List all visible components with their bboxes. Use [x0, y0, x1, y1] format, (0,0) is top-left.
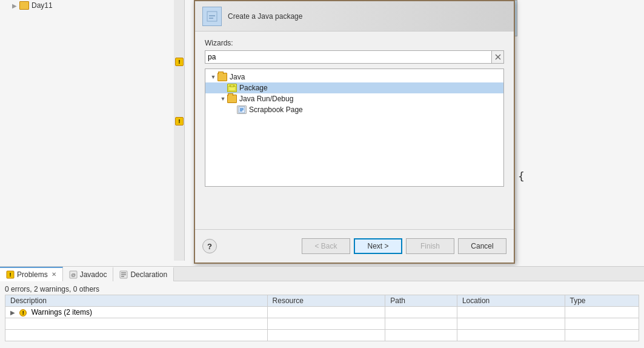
- svg-rect-6: [230, 85, 234, 87]
- problems-tab-icon: !: [6, 270, 15, 279]
- problems-tab-close[interactable]: ✕: [51, 271, 56, 278]
- java-folder-icon: [217, 73, 227, 81]
- dialog-body: Wizards: ▼ Java ▶: [195, 32, 514, 194]
- project-item[interactable]: ▶ Day11: [0, 0, 184, 11]
- tree-item-java-label: Java: [230, 73, 245, 81]
- tree-item-java-run-debug[interactable]: ▼ Java Run/Debug: [205, 93, 503, 104]
- dialog-header: Create a Java package: [195, 1, 514, 32]
- back-button[interactable]: < Back: [302, 238, 350, 254]
- tree-item-java[interactable]: ▼ Java: [205, 72, 503, 82]
- scrapbook-page-icon: [237, 105, 247, 114]
- expand-java-run-debug-arrow: ▼: [220, 96, 226, 102]
- svg-text:@: @: [71, 272, 76, 278]
- cancel-button[interactable]: Cancel: [458, 238, 506, 254]
- project-label: Day11: [32, 1, 53, 10]
- warnings-row-type: [565, 307, 639, 318]
- tree-item-java-run-debug-label: Java Run/Debug: [239, 95, 293, 103]
- dialog-header-icon: [202, 7, 222, 26]
- javadoc-tab-label: Javadoc: [80, 270, 107, 279]
- col-path[interactable]: Path: [385, 295, 457, 307]
- left-panel: ▶ Day11 ! !: [0, 0, 185, 261]
- warning-indicator: !: [19, 309, 27, 316]
- problems-table: Description Resource Path Location Type …: [5, 295, 639, 341]
- warnings-row-location: [457, 307, 565, 318]
- warnings-row-path: [385, 307, 457, 318]
- svg-text:!: !: [10, 272, 12, 278]
- bottom-panel: ! Problems ✕ @ Javadoc: [0, 266, 644, 348]
- code-brace: {: [518, 170, 525, 182]
- package-icon: [227, 84, 237, 92]
- col-resource[interactable]: Resource: [267, 295, 385, 307]
- col-description[interactable]: Description: [5, 295, 268, 307]
- project-icon: ▶: [12, 2, 17, 9]
- svg-rect-1: [209, 15, 215, 16]
- warning-gutter-2: !: [175, 117, 184, 125]
- tree-item-package-label: Package: [239, 84, 268, 92]
- svg-rect-2: [209, 18, 213, 19]
- wizard-search-input[interactable]: [205, 50, 492, 64]
- table-row-empty-1: [5, 318, 639, 330]
- finish-button[interactable]: Finish: [406, 238, 454, 254]
- editor-ruler: ! !: [174, 0, 185, 261]
- tab-problems[interactable]: ! Problems ✕: [0, 267, 63, 281]
- bottom-content: 0 errors, 2 warnings, 0 others Descripti…: [0, 281, 644, 344]
- wizard-tree[interactable]: ▼ Java ▶ Package ▼ Java Run/Debu: [205, 69, 504, 187]
- wizards-label: Wizards:: [205, 39, 504, 47]
- bottom-tabs: ! Problems ✕ @ Javadoc: [0, 267, 644, 281]
- warning-gutter-1: !: [175, 58, 184, 66]
- expand-warnings-arrow[interactable]: ▶: [10, 309, 15, 316]
- warnings-row-resource: [267, 307, 385, 318]
- java-run-debug-folder-icon: [227, 95, 237, 103]
- search-row: [205, 50, 504, 64]
- table-row[interactable]: ▶ ! Warnings (2 items): [5, 307, 639, 318]
- declaration-tab-label: Declaration: [130, 270, 167, 279]
- tab-javadoc[interactable]: @ Javadoc: [63, 267, 114, 281]
- declaration-tab-icon: [119, 270, 128, 279]
- dialog-footer: ? < Back Next > Finish Cancel: [195, 229, 514, 263]
- search-clear-button[interactable]: [492, 50, 504, 64]
- table-row-empty-2: [5, 330, 639, 341]
- col-type[interactable]: Type: [565, 295, 639, 307]
- javadoc-tab-icon: @: [69, 270, 78, 279]
- tab-declaration[interactable]: Declaration: [113, 267, 174, 281]
- help-button[interactable]: ?: [202, 239, 217, 253]
- next-button[interactable]: Next >: [354, 238, 402, 254]
- warnings-label: Warnings (2 items): [32, 308, 92, 316]
- col-location[interactable]: Location: [457, 295, 565, 307]
- tree-item-package[interactable]: ▶ Package: [205, 82, 503, 93]
- dialog-title: Create a Java package: [228, 12, 302, 21]
- expand-java-arrow: ▼: [210, 74, 216, 80]
- new-java-package-dialog: Create a Java package Wizards: ▼ Java: [194, 0, 515, 264]
- problems-tab-label: Problems: [17, 270, 48, 279]
- warnings-row-description: ▶ ! Warnings (2 items): [5, 307, 268, 318]
- tree-item-scrapbook-page-label: Scrapbook Page: [249, 105, 303, 114]
- tree-item-scrapbook-page[interactable]: ▶ Scrapbook Page: [205, 104, 503, 115]
- status-line: 0 errors, 2 warnings, 0 others: [5, 284, 639, 295]
